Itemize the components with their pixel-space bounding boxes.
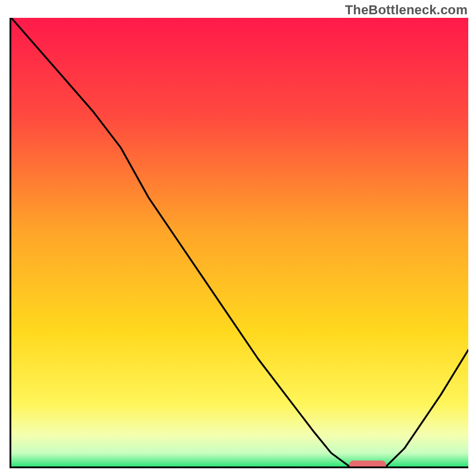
optimal-marker xyxy=(349,461,386,468)
chart-plot-area xyxy=(10,18,468,468)
background-gradient xyxy=(11,18,468,466)
svg-rect-0 xyxy=(11,18,468,466)
watermark-text: TheBottleneck.com xyxy=(345,2,468,18)
